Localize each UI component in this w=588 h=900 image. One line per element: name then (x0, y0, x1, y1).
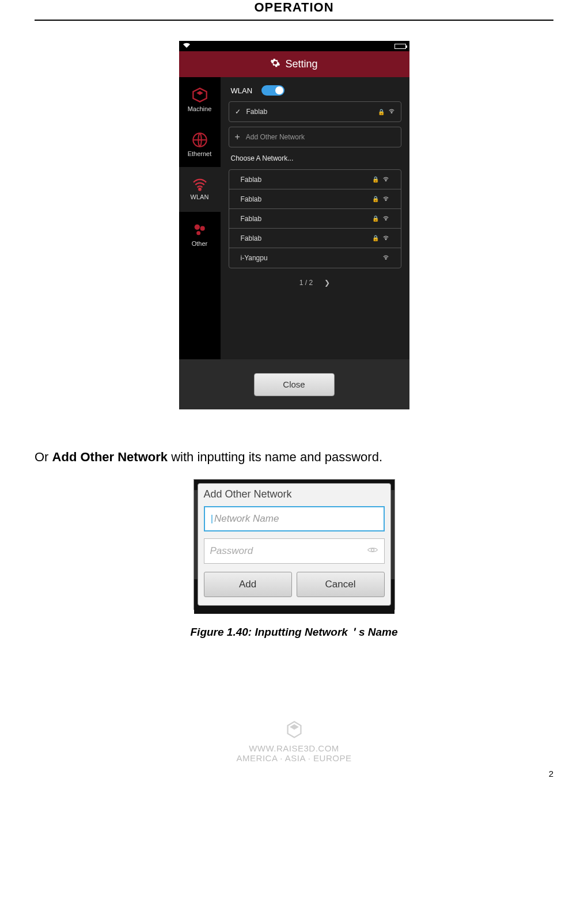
battery-icon (394, 44, 406, 49)
plus-icon: + (235, 132, 240, 142)
lock-icon: 🔒 (372, 196, 379, 202)
sidebar-item-label: Machine (188, 105, 212, 112)
svg-point-4 (194, 225, 199, 230)
network-row[interactable]: Fablab 🔒 (229, 229, 401, 248)
wifi-icon (382, 196, 389, 203)
paragraph-prefix: Or (35, 450, 52, 464)
wifi-icon (382, 215, 389, 222)
wlan-toggle[interactable] (261, 85, 284, 96)
sidebar: Machine Ethernet WLAN Other (179, 77, 221, 359)
network-list: Fablab 🔒 Fablab 🔒 Fablab 🔒 Fablab 🔒 i-Ya… (229, 169, 401, 268)
svg-point-3 (199, 188, 201, 191)
svg-point-7 (391, 112, 392, 113)
network-name: i-Yangpu (241, 254, 268, 262)
bottom-bar: Close (179, 359, 409, 409)
title-bar: Setting (179, 51, 409, 77)
sidebar-item-other[interactable]: Other (179, 212, 221, 257)
body-paragraph: Or Add Other Network with inputting its … (35, 450, 588, 465)
check-icon: ✓ (235, 108, 241, 116)
password-placeholder: Password (210, 545, 253, 557)
page-indicator: 1 / 2 (299, 279, 313, 287)
svg-marker-1 (196, 91, 203, 95)
paragraph-bold: Add Other Network (52, 450, 168, 464)
svg-marker-15 (291, 725, 297, 729)
title-label: Setting (285, 58, 317, 70)
connected-network-label: Fablab (246, 108, 372, 116)
content-panel: WLAN ✓ Fablab 🔒 + Add Other Network Choo… (221, 77, 409, 359)
network-name: Fablab (241, 176, 262, 184)
page-footer: WWW.RAISE3D.COM AMERICA · ASIA · EUROPE (0, 720, 588, 763)
wifi-icon (382, 255, 389, 261)
wifi-status-icon (183, 43, 191, 50)
svg-point-11 (385, 238, 386, 240)
svg-point-13 (371, 549, 374, 552)
sidebar-item-label: Other (192, 240, 208, 247)
add-network-dialog: WLAN Fablab Add Other Network Network Na… (194, 479, 395, 610)
dialog-title: Add Other Network (204, 488, 385, 500)
wlan-label: WLAN (231, 86, 253, 95)
svg-point-12 (385, 259, 386, 260)
network-row[interactable]: Fablab 🔒 (229, 209, 401, 229)
footer-logo-icon (286, 720, 302, 739)
add-other-label: Add Other Network (246, 133, 305, 141)
choose-network-label: Choose A Network... (229, 152, 401, 165)
network-name: Fablab (241, 234, 262, 242)
pager: 1 / 2 ❯ (229, 273, 401, 293)
close-button[interactable]: Close (254, 373, 335, 396)
page-title: OPERATION (35, 0, 553, 21)
sidebar-item-wlan[interactable]: WLAN (179, 167, 221, 212)
svg-point-10 (385, 219, 386, 220)
network-name: Fablab (241, 195, 262, 203)
page-number: 2 (0, 763, 588, 779)
connected-network-row[interactable]: ✓ Fablab 🔒 (229, 101, 401, 122)
network-row[interactable]: i-Yangpu (229, 248, 401, 268)
sidebar-item-machine[interactable]: Machine (179, 77, 221, 122)
network-name-placeholder: Network Name (214, 513, 279, 525)
footer-regions: AMERICA · ASIA · EUROPE (0, 753, 588, 763)
gear-icon (270, 58, 280, 71)
wifi-icon (388, 108, 395, 115)
figure-caption: Figure 1.40: Inputting Network＇s Name (0, 625, 588, 640)
svg-point-6 (196, 231, 200, 235)
sidebar-item-label: Ethernet (188, 150, 212, 157)
wlan-toggle-row: WLAN (229, 84, 401, 97)
add-other-network-button[interactable]: + Add Other Network (229, 127, 401, 147)
network-row[interactable]: Fablab 🔒 (229, 170, 401, 189)
svg-point-9 (385, 199, 386, 200)
wifi-icon (382, 176, 389, 183)
status-bar (179, 41, 409, 51)
wifi-icon (382, 235, 389, 242)
network-row[interactable]: Fablab 🔒 (229, 189, 401, 209)
lock-icon: 🔒 (372, 215, 379, 222)
settings-screen: Setting Machine Ethernet WLAN Other WLAN (179, 41, 409, 409)
svg-point-5 (200, 226, 204, 231)
chevron-right-icon[interactable]: ❯ (324, 279, 330, 287)
cancel-button[interactable]: Cancel (297, 572, 385, 597)
lock-icon: 🔒 (372, 235, 379, 241)
sidebar-item-label: WLAN (191, 193, 209, 200)
svg-point-8 (385, 180, 386, 181)
add-button[interactable]: Add (204, 572, 292, 597)
paragraph-suffix: with inputting its name and password. (168, 450, 382, 464)
network-name-input[interactable]: Network Name (204, 506, 385, 531)
network-name: Fablab (241, 215, 262, 223)
sidebar-item-ethernet[interactable]: Ethernet (179, 122, 221, 167)
eye-icon[interactable] (367, 545, 378, 557)
password-input[interactable]: Password (204, 538, 385, 564)
lock-icon: 🔒 (378, 109, 385, 115)
footer-url: WWW.RAISE3D.COM (0, 743, 588, 753)
lock-icon: 🔒 (372, 176, 379, 183)
